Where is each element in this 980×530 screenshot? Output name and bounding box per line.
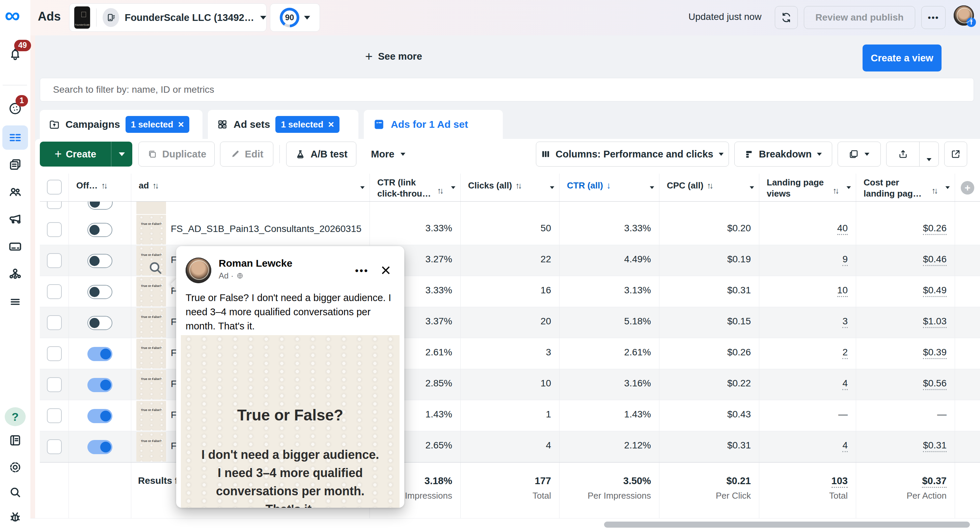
column-header-ctr-link[interactable]: CTR (link click-throu… [370,174,461,201]
expand-view-button[interactable] [944,141,967,167]
edit-button[interactable]: Edit [220,141,274,167]
ad-name[interactable]: F [166,338,177,359]
ad-status-toggle[interactable] [88,378,112,392]
cost-per-landing-page-value[interactable]: $0.26 [923,223,947,235]
horizontal-scrollbar-track[interactable] [30,518,980,530]
row-checkbox[interactable] [47,408,62,423]
see-more-filters-button[interactable]: See more [365,49,422,64]
chevron-down-icon[interactable] [451,186,456,189]
results-value[interactable]: 103 [832,475,848,488]
refresh-button[interactable] [775,6,798,29]
popup-close-button[interactable] [381,265,391,275]
row-checkbox[interactable] [47,346,62,361]
cost-per-landing-page-value[interactable]: $0.31 [923,440,947,452]
reports-button[interactable] [838,141,881,167]
sort-icon[interactable] [832,185,838,196]
sidebar-item-audiences[interactable] [0,184,30,200]
breakdown-button[interactable]: Breakdown [734,141,832,167]
ad-name[interactable]: F [166,369,177,389]
horizontal-scrollbar-thumb[interactable] [604,522,970,528]
ad-thumbnail[interactable]: True or False? [136,277,166,306]
more-actions-button[interactable]: More [363,141,414,167]
tab-ad-sets[interactable]: Ad sets 1 selected [208,110,358,139]
sidebar-item-settings[interactable] [0,460,30,475]
results-value[interactable]: $0.37 [922,475,947,488]
row-checkbox[interactable] [47,315,62,330]
chevron-down-icon[interactable] [650,186,654,189]
sort-icon[interactable] [515,180,520,190]
ad-account-selector[interactable]: FounderScale FounderScale LLC (13492… [69,3,267,32]
column-header-off[interactable]: Off… [69,174,131,201]
chevron-down-icon[interactable] [750,186,754,189]
ad-status-toggle[interactable] [88,347,112,361]
column-header-cpc[interactable]: CPC (all) [659,174,759,201]
column-header-clicks[interactable]: Clicks (all) [461,174,560,201]
ad-name[interactable]: F [166,307,177,327]
user-avatar[interactable] [954,5,974,25]
review-and-publish-button[interactable]: Review and publish [804,6,915,29]
row-checkbox[interactable] [47,377,62,392]
create-view-button[interactable]: Create a view [862,44,942,71]
sort-icon[interactable] [152,180,157,190]
clear-selection-icon[interactable] [328,119,334,130]
table-search-bar[interactable] [40,78,974,102]
ad-status-toggle[interactable] [88,202,113,210]
ad-thumbnail[interactable]: True or False? [136,370,166,400]
help-button[interactable] [5,407,25,426]
cost-per-landing-page-value[interactable]: $0.46 [923,254,947,266]
ab-test-button[interactable]: A/B test [286,141,356,167]
zoom-preview-icon[interactable] [147,260,163,276]
ad-name[interactable]: FS_AD_S1B_Pain13_Consultants_20260315 [166,214,361,234]
duplicate-button[interactable]: Duplicate [138,141,215,167]
ad-thumbnail[interactable]: True or False? [136,401,166,430]
search-input[interactable] [40,78,974,101]
sidebar-item-campaigns[interactable] [0,130,30,146]
landing-page-views-value[interactable]: 4 [842,440,848,452]
sort-icon[interactable] [437,185,442,196]
meta-logo-icon[interactable] [5,3,20,28]
row-checkbox[interactable] [47,284,62,299]
export-main[interactable] [886,142,920,166]
ad-thumbnail[interactable]: True or False? [136,432,166,462]
column-header-cost-per-landing-page[interactable]: Cost per landing pag… [856,174,955,201]
chevron-down-icon[interactable] [847,186,851,189]
tab-ads-active[interactable]: Ads for 1 Ad set [364,110,503,139]
cost-per-landing-page-value[interactable]: $0.39 [923,347,947,359]
chevron-down-icon[interactable] [550,186,554,189]
ad-status-toggle[interactable] [88,285,112,299]
more-options-button[interactable] [921,6,946,29]
sort-icon[interactable] [931,185,937,196]
landing-page-views-value[interactable]: 10 [837,285,848,297]
landing-page-views-value[interactable]: 9 [842,254,848,266]
sort-icon[interactable] [101,180,106,190]
ad-name[interactable]: F [166,431,177,451]
sort-descending-icon[interactable] [606,180,611,190]
sidebar-item-advertise[interactable] [0,211,30,227]
row-checkbox[interactable] [47,439,62,454]
column-header-ctr-all[interactable]: CTR (all) [560,174,659,201]
landing-page-views-value[interactable]: 2 [842,347,848,359]
column-header-landing-page-views[interactable]: Landing page views [759,174,856,201]
sidebar-item-pages[interactable] [0,157,30,172]
row-checkbox[interactable] [47,202,62,209]
tab-campaigns[interactable]: Campaigns 1 selected [40,110,202,139]
sort-icon[interactable] [706,180,712,190]
ad-status-toggle[interactable] [88,223,112,237]
select-all-checkbox[interactable] [47,180,62,195]
ad-status-toggle[interactable] [88,316,112,330]
landing-page-views-value[interactable]: 3 [842,316,848,328]
landing-page-views-value[interactable]: 40 [837,223,848,235]
cost-per-landing-page-value[interactable]: $0.49 [923,285,947,297]
export-button[interactable] [886,141,939,167]
ad-name[interactable]: F [166,245,177,265]
chevron-down-icon[interactable] [946,186,950,189]
ad-status-toggle[interactable] [88,440,112,454]
ad-thumbnail[interactable]: True or False? [136,215,166,244]
cost-per-landing-page-value[interactable]: — [937,409,947,419]
row-checkbox[interactable] [47,253,62,268]
sidebar-item-all-tools[interactable] [0,294,30,309]
ad-thumbnail[interactable]: True or False? [136,308,166,338]
landing-page-views-value[interactable]: 4 [842,378,848,390]
clear-selection-icon[interactable] [178,119,184,130]
export-dropdown[interactable] [920,147,939,162]
